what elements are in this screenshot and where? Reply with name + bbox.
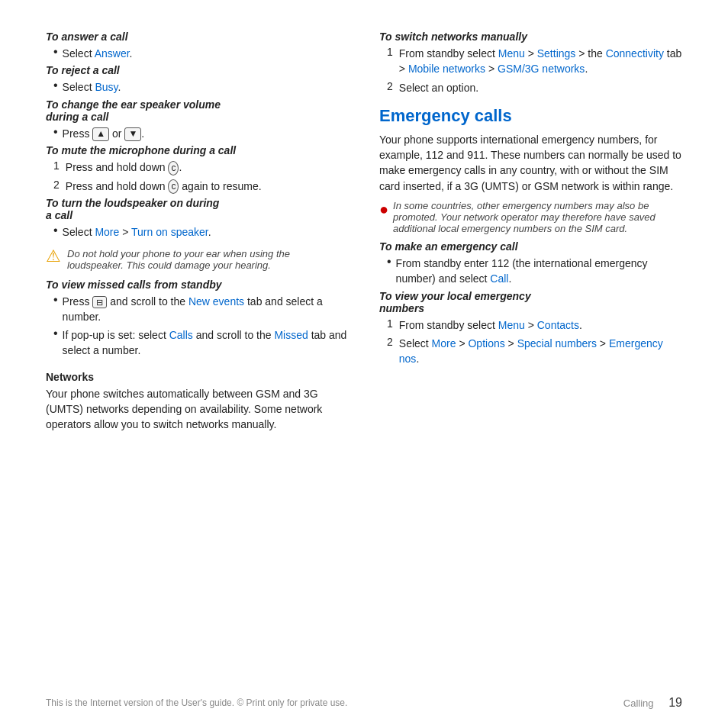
bullet-icon: • [53,79,58,92]
note-box: ● In some countries, other emergency num… [379,200,682,234]
answer-call-text: Select Answer. [63,46,133,61]
right-column: To switch networks manually 1 From stand… [379,31,682,684]
c-btn-1: c [168,161,179,176]
view-local-text-1: From standby select Menu > Contacts. [399,317,582,333]
answer-call-section: To answer a call • Select Answer. [46,31,349,61]
events-btn: ⊟ [92,296,107,308]
make-emergency-item: • From standby enter 112 (the internatio… [379,256,682,287]
make-emergency-title: To make an emergency call [379,240,682,253]
switch-networks-section: To switch networks manually 1 From stand… [379,31,682,95]
footer-note: This is the Internet version of the User… [46,697,347,708]
volume-down-btn: ▼ [124,127,141,141]
menu-link[interactable]: Menu [498,47,525,60]
missed-calls-item-2: • If pop-up is set: select Calls and scr… [46,327,349,359]
step-num-1: 1 [53,159,60,172]
mobile-networks-link[interactable]: Mobile networks [408,63,485,75]
switch-networks-text-1: From standby select Menu > Settings > th… [399,46,682,77]
reject-call-text: Select Busy. [63,79,121,95]
step-num-1: 1 [387,46,393,58]
view-local-text-2: Select More > Options > Special numbers … [399,336,682,367]
answer-call-title: To answer a call [46,31,349,43]
connectivity-link[interactable]: Connectivity [606,47,664,60]
make-emergency-text: From standby enter 112 (the internationa… [396,256,682,287]
answer-call-item: • Select Answer. [46,46,349,61]
switch-networks-item-2: 2 Select an option. [379,80,682,95]
mute-mic-title: To mute the microphone during a call [46,144,349,156]
view-local-item-2: 2 Select More > Options > Special number… [379,336,682,367]
more-link-2[interactable]: More [432,337,456,350]
switch-networks-title: To switch networks manually [379,31,682,43]
switch-networks-item-1: 1 From standby select Menu > Settings > … [379,46,682,77]
bullet-icon: • [53,45,58,59]
warning-box: ⚠ Do not hold your phone to your ear whe… [46,248,349,271]
missed-calls-title: To view missed calls from standby [46,279,349,291]
missed-calls-text-2: If pop-up is set: select Calls and scrol… [63,327,349,359]
step-num-2: 2 [387,80,393,92]
ear-speaker-item: • Press ▲ or ▼. [46,126,349,141]
footer-page: 19 [668,696,682,709]
note-text: In some countries, other emergency numbe… [393,200,682,234]
settings-link[interactable]: Settings [537,47,576,60]
loudspeaker-text: Select More > Turn on speaker. [63,224,211,240]
loudspeaker-title: To turn the loudspeaker on duringa call [46,197,349,221]
menu-link-2[interactable]: Menu [498,319,525,331]
more-link[interactable]: More [95,226,119,238]
emergency-calls-section: Emergency calls Your phone supports inte… [379,106,682,194]
missed-link[interactable]: Missed [274,329,308,341]
ear-speaker-section: To change the ear speaker volumeduring a… [46,98,349,141]
ear-speaker-title: To change the ear speaker volumeduring a… [46,98,349,123]
c-btn-2: c [168,179,179,194]
footer-right: Calling 19 [623,696,682,710]
switch-networks-text-2: Select an option. [399,80,478,95]
call-link[interactable]: Call [490,272,508,285]
reject-call-title: To reject a call [46,64,349,76]
mute-mic-item-1: 1 Press and hold down c. [46,159,349,176]
step-num-2: 2 [387,336,393,348]
answer-link[interactable]: Answer [95,47,130,60]
mute-mic-text-1: Press and hold down c. [66,159,182,176]
networks-heading: Networks [46,371,349,383]
step-num-1: 1 [387,317,393,330]
warning-text: Do not hold your phone to your ear when … [67,248,349,271]
warning-icon: ⚠ [46,246,61,266]
ear-speaker-text: Press ▲ or ▼. [63,126,145,141]
bullet-icon: • [53,224,58,237]
bullet-icon: • [53,293,58,307]
make-emergency-section: To make an emergency call • From standby… [379,240,682,287]
step-num-2: 2 [53,179,60,191]
turn-on-speaker-link[interactable]: Turn on speaker [131,226,208,238]
reject-call-section: To reject a call • Select Busy. [46,64,349,95]
networks-body: Your phone switches automatically betwee… [46,386,349,433]
emergency-calls-heading: Emergency calls [379,106,682,126]
gsm3g-link[interactable]: GSM/3G networks [498,63,585,75]
missed-calls-section: To view missed calls from standby • Pres… [46,279,349,359]
volume-up-btn: ▲ [92,127,109,141]
mute-mic-item-2: 2 Press and hold down c again to resume. [46,179,349,195]
bullet-icon: • [53,125,58,139]
mute-mic-section: To mute the microphone during a call 1 P… [46,144,349,194]
mute-mic-text-2: Press and hold down c again to resume. [66,179,262,195]
note-icon: ● [379,201,388,218]
view-local-title: To view your local emergencynumbers [379,290,682,314]
footer: This is the Internet version of the User… [46,684,682,713]
reject-call-item: • Select Busy. [46,79,349,95]
loudspeaker-section: To turn the loudspeaker on duringa call … [46,197,349,240]
view-local-section: To view your local emergencynumbers 1 Fr… [379,290,682,367]
missed-calls-item-1: • Press ⊟ and scroll to the New events t… [46,294,349,325]
calls-link[interactable]: Calls [169,329,193,341]
networks-section: Networks Your phone switches automatical… [46,371,349,433]
options-link[interactable]: Options [468,337,504,350]
bullet-icon: • [53,327,58,340]
emergency-calls-body: Your phone supports international emerge… [379,132,682,194]
special-numbers-link[interactable]: Special numbers [517,337,597,350]
footer-section: Calling [623,697,654,709]
contacts-link[interactable]: Contacts [537,319,579,331]
loudspeaker-item: • Select More > Turn on speaker. [46,224,349,240]
new-events-link[interactable]: New events [188,295,244,308]
bullet-icon: • [387,255,391,269]
view-local-item-1: 1 From standby select Menu > Contacts. [379,317,682,333]
busy-link[interactable]: Busy [95,81,118,93]
missed-calls-text-1: Press ⊟ and scroll to the New events tab… [63,294,349,325]
left-column: To answer a call • Select Answer. To rej… [46,31,349,684]
